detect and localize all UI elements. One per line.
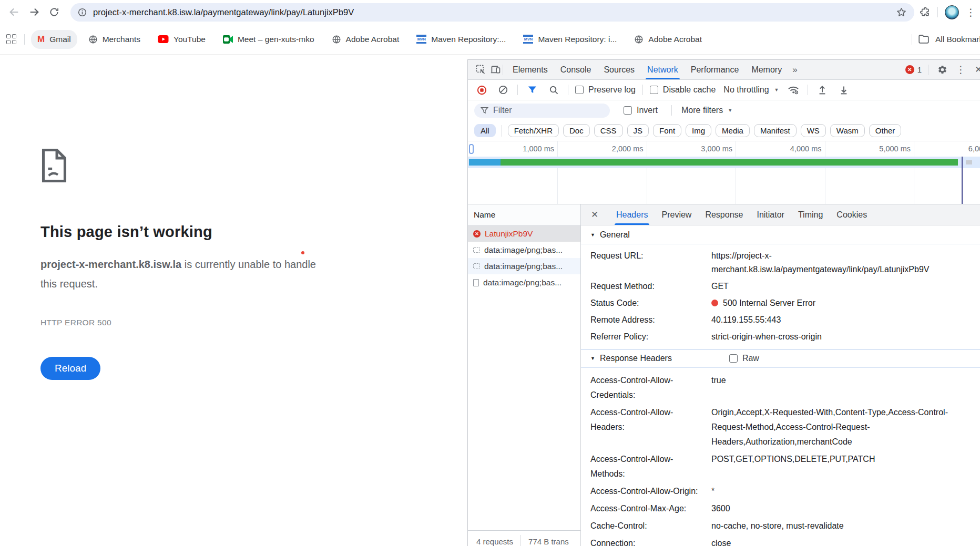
- settings-gear-icon[interactable]: [935, 63, 950, 77]
- devtools-close-icon[interactable]: ✕: [972, 64, 980, 75]
- filter-toggle-icon[interactable]: [525, 83, 539, 97]
- request-row[interactable]: data:image/png;bas...: [468, 242, 580, 258]
- tab-elements[interactable]: Elements: [506, 60, 554, 79]
- bookmark-label: Gmail: [49, 35, 70, 44]
- apps-grid-icon[interactable]: [6, 34, 16, 44]
- throttling-dropdown[interactable]: No throttling ▼: [723, 85, 779, 95]
- tab-console[interactable]: Console: [554, 60, 598, 79]
- tab-sources[interactable]: Sources: [597, 60, 641, 79]
- site-info-icon[interactable]: [78, 8, 87, 17]
- maven-bar: [523, 42, 533, 44]
- bookmark-star-icon[interactable]: [896, 7, 907, 18]
- inspect-element-icon[interactable]: [473, 63, 488, 77]
- resource-type-chips: AllFetch/XHRDocCSSJSFontImgMediaManifest…: [468, 120, 980, 141]
- bookmark-maven-repository[interactable]: MVNMaven Repository:...: [410, 30, 512, 49]
- record-icon[interactable]: [474, 83, 489, 97]
- all-bookmarks[interactable]: All Bookmarks: [912, 24, 980, 54]
- chip-css[interactable]: CSS: [594, 124, 623, 137]
- name-column-header[interactable]: Name: [468, 204, 580, 225]
- chip-all[interactable]: All: [474, 124, 496, 137]
- request-row[interactable]: data:image/png;bas...: [468, 258, 580, 274]
- preserve-log-checkbox[interactable]: Preserve log: [575, 85, 636, 95]
- profile-avatar[interactable]: [945, 5, 959, 19]
- response-headers-section-header[interactable]: ▼ Response Headers Raw: [581, 349, 980, 368]
- tab-performance[interactable]: Performance: [685, 60, 746, 79]
- devtools-tabbar: ElementsConsoleSourcesNetworkPerformance…: [468, 60, 980, 80]
- search-icon[interactable]: [546, 83, 561, 97]
- bookmark-adobe-acrobat[interactable]: Adobe Acrobat: [628, 30, 708, 49]
- chip-js[interactable]: JS: [627, 124, 649, 137]
- bookmark-gmail[interactable]: MGmail: [31, 30, 77, 49]
- timeline-handle[interactable]: [469, 144, 474, 154]
- tab-memory[interactable]: Memory: [745, 60, 788, 79]
- devtools-panel: ElementsConsoleSourcesNetworkPerformance…: [467, 59, 980, 546]
- header-key: Remote Address:: [590, 313, 711, 327]
- error-code: HTTP ERROR 500: [40, 318, 467, 327]
- preserve-log-label: Preserve log: [588, 85, 636, 95]
- chip-wasm[interactable]: Wasm: [830, 124, 865, 137]
- reload-icon[interactable]: [44, 2, 64, 22]
- request-name: data:image/png;bas...: [484, 262, 563, 271]
- disable-cache-checkbox[interactable]: Disable cache: [650, 85, 716, 95]
- back-icon[interactable]: [4, 2, 24, 22]
- checkbox-icon: [650, 86, 658, 94]
- chip-other[interactable]: Other: [869, 124, 902, 137]
- timeline-overview-band[interactable]: [468, 157, 980, 168]
- network-conditions-icon[interactable]: [786, 83, 801, 97]
- error-status-icon: ✕: [473, 230, 481, 238]
- forward-icon[interactable]: [24, 2, 44, 22]
- chip-ws[interactable]: WS: [801, 124, 826, 137]
- filter-input[interactable]: Filter: [474, 104, 610, 118]
- detail-tab-initiator[interactable]: Initiator: [750, 204, 791, 225]
- toolbar-divider: [937, 7, 938, 17]
- error-title: This page isn’t working: [40, 223, 467, 241]
- request-row[interactable]: data:image/png;bas...: [468, 274, 580, 291]
- chip-manifest[interactable]: Manifest: [754, 124, 797, 137]
- chip-doc[interactable]: Doc: [563, 124, 590, 137]
- clear-icon[interactable]: [496, 83, 511, 97]
- bookmark-youtube[interactable]: YouTube: [151, 30, 212, 49]
- error-count-badge[interactable]: ✕ 1: [905, 65, 922, 74]
- bookmark-maven-repository-i[interactable]: MVNMaven Repository: i...: [517, 30, 623, 49]
- detail-tab-headers[interactable]: Headers: [609, 204, 655, 225]
- device-toolbar-icon[interactable]: [488, 63, 503, 77]
- request-row[interactable]: ✕LatunjixPb9V: [468, 225, 580, 242]
- reload-button[interactable]: Reload: [40, 357, 100, 380]
- chip-font[interactable]: Font: [653, 124, 681, 137]
- toolbar-divider-1: [517, 85, 518, 95]
- tab-network[interactable]: Network: [641, 60, 685, 79]
- address-bar[interactable]: project-x-merchant.k8.isw.la/paymentgate…: [70, 3, 914, 22]
- raw-checkbox[interactable]: Raw: [729, 354, 759, 363]
- detail-tab-cookies[interactable]: Cookies: [830, 204, 874, 225]
- more-filters-dropdown[interactable]: More filters ▼: [681, 106, 732, 115]
- timeline-tick-label: 4,000 ms: [759, 141, 822, 157]
- chip-media[interactable]: Media: [716, 124, 750, 137]
- invert-checkbox[interactable]: Invert: [624, 106, 658, 115]
- filter-funnel-icon: [481, 107, 488, 114]
- import-har-icon[interactable]: [815, 83, 830, 97]
- extensions-icon[interactable]: [920, 7, 931, 18]
- general-section-header[interactable]: ▼ General: [581, 225, 980, 244]
- close-detail-icon[interactable]: ✕: [588, 209, 601, 220]
- export-har-icon[interactable]: [836, 83, 851, 97]
- more-tabs-icon[interactable]: »: [788, 65, 801, 75]
- detail-tab-response[interactable]: Response: [698, 204, 750, 225]
- network-timeline: 1,000 ms2,000 ms3,000 ms4,000 ms5,000 ms…: [468, 141, 980, 204]
- detail-tab-preview[interactable]: Preview: [655, 204, 698, 225]
- chip-fetch-xhr[interactable]: Fetch/XHR: [508, 124, 559, 137]
- invert-label: Invert: [637, 106, 658, 115]
- chip-img[interactable]: Img: [686, 124, 711, 137]
- error-badge-icon: ✕: [905, 65, 914, 74]
- error-domain: project-x-merchant.k8.isw.la: [40, 259, 181, 270]
- detail-tab-timing[interactable]: Timing: [791, 204, 830, 225]
- bookmark-adobe-acrobat[interactable]: Adobe Acrobat: [325, 30, 406, 49]
- bookmark-merchants[interactable]: Merchants: [82, 30, 147, 49]
- devtools-menu-icon[interactable]: ⋮: [956, 64, 966, 76]
- maven-bar: [523, 35, 533, 37]
- request-detail-panel: ✕ HeadersPreviewResponseInitiatorTimingC…: [581, 204, 980, 546]
- request-name: data:image/png;bas...: [483, 278, 562, 287]
- bookmark-meet-gen-xuts-mko[interactable]: Meet – gen-xuts-mko: [217, 30, 321, 49]
- timeline-tick-label: 3,000 ms: [669, 141, 732, 157]
- browser-menu-icon[interactable]: ⋮: [966, 6, 976, 18]
- timeline-gridline: [825, 141, 825, 204]
